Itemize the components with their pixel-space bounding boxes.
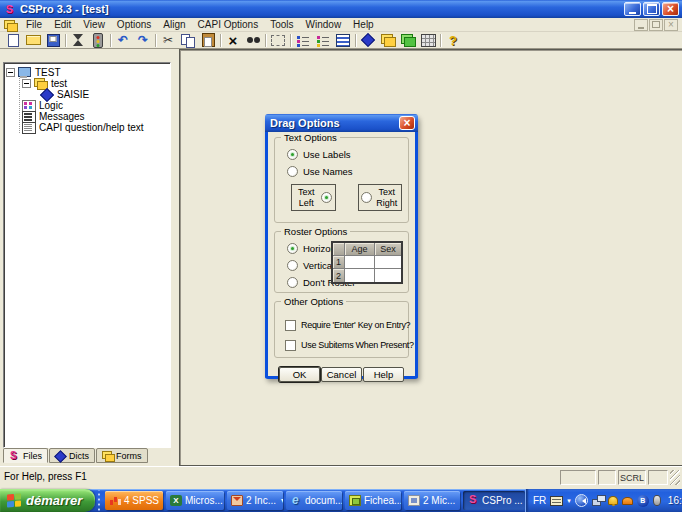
radio-text-right[interactable] [361,192,372,203]
tree-label[interactable]: Messages [39,111,85,122]
taskbar-button-word[interactable]: 2 Mic... [404,491,460,510]
tree-item-test-form[interactable]: test [22,78,168,89]
view-names-icon[interactable] [313,32,333,48]
taskbar-button-label: 4 SPSS [124,495,159,506]
help-icon[interactable] [443,32,463,48]
roster-cell [375,256,401,269]
run-icon[interactable] [88,32,108,48]
select-marquee-icon[interactable] [268,32,288,48]
help-button[interactable]: Help [363,367,404,382]
menu-help[interactable]: Help [347,18,380,31]
dialog-title-bar[interactable]: Drag Options [265,114,418,132]
language-indicator[interactable]: FR [533,495,546,506]
resize-grip[interactable] [670,470,680,485]
table-icon[interactable] [418,32,438,48]
taskbar-button-spss[interactable]: 4 SPSS [105,491,163,510]
redo-icon[interactable] [133,32,153,48]
save-icon[interactable] [43,32,63,48]
radio-horizontal[interactable] [287,243,298,254]
tree-item-messages[interactable]: Messages [22,111,168,122]
mdi-close-button[interactable] [664,19,678,31]
undo-icon[interactable] [113,32,133,48]
tree-label[interactable]: test [51,78,67,89]
dialog-close-icon[interactable] [399,116,415,130]
use-subitems-option[interactable]: Use Subitems When Present? [285,339,402,351]
tree-item-saisie[interactable]: SAISIE [40,89,168,100]
forms-green-icon[interactable] [398,32,418,48]
delete-icon[interactable] [223,32,243,48]
radio-dont-roster[interactable] [287,277,298,288]
bell-icon[interactable] [608,496,618,505]
collapse-icon[interactable] [22,79,31,88]
menu-window[interactable]: Window [300,18,348,31]
taskbar-button-mail[interactable]: 2 Inc... [227,491,283,510]
tree-label[interactable]: Logic [39,100,63,111]
radio-use-labels[interactable] [287,149,298,160]
view-grid-icon[interactable] [333,32,353,48]
file-tree-panel: TEST test SAISIE [0,49,173,466]
dictionary-icon[interactable] [358,32,378,48]
taskbar-button-fichier[interactable]: Fichea... [345,491,401,510]
tab-dicts[interactable]: Dicts [49,448,95,463]
radio-text-left[interactable] [321,192,332,203]
collapse-icon[interactable] [6,68,15,77]
minimize-button[interactable] [624,2,641,16]
text-left-option[interactable]: Text Left [291,184,336,211]
menu-capi-options[interactable]: CAPI Options [192,18,265,31]
new-file-icon[interactable] [3,32,23,48]
menu-options[interactable]: Options [111,18,157,31]
find-icon[interactable] [243,32,263,48]
maximize-button[interactable] [643,2,660,16]
menu-edit[interactable]: Edit [48,18,77,31]
tree-item-capi-text[interactable]: CAPI question/help text [22,122,168,133]
close-button[interactable] [662,2,679,16]
toolbar [0,32,682,49]
alert-icon[interactable] [622,497,633,505]
menu-file[interactable]: File [20,18,48,31]
mouse-icon[interactable] [653,495,661,506]
tree-label[interactable]: CAPI question/help text [39,122,144,133]
radio-label: Vertical [303,260,334,271]
text-options-group: Text Options Use Labels Use Names Text L… [274,137,409,223]
start-button[interactable]: démarrer [0,489,95,512]
taskbar-button-ie[interactable]: docum... [286,491,342,510]
use-labels-option[interactable]: Use Labels [287,148,402,161]
checkbox-use-subitems[interactable] [285,340,296,351]
cancel-button[interactable]: Cancel [321,367,362,382]
use-names-option[interactable]: Use Names [287,165,402,178]
paste-icon[interactable] [198,32,218,48]
checkbox-require-enter[interactable] [285,320,296,331]
keyboard-icon[interactable] [550,496,563,506]
bluetooth-icon[interactable] [637,495,649,507]
text-right-option[interactable]: Text Right [358,184,403,211]
tab-files[interactable]: Files [3,448,48,463]
radio-use-names[interactable] [287,166,298,177]
menu-tools[interactable]: Tools [264,18,299,31]
tree-item-test-app[interactable]: TEST [6,67,168,78]
compile-icon[interactable] [68,32,88,48]
menu-view[interactable]: View [77,18,111,31]
mdi-minimize-button[interactable] [634,19,648,31]
other-options-group: Other Options Require 'Enter' Key on Ent… [274,301,409,358]
tree-label[interactable]: TEST [35,67,61,78]
open-file-icon[interactable] [23,32,43,48]
clock[interactable]: 16:42 [665,495,682,506]
tab-forms[interactable]: Forms [96,448,148,463]
taskbar-button-excel[interactable]: Micros... [166,491,224,510]
require-enter-option[interactable]: Require 'Enter' Key on Entry? [285,319,402,331]
view-labels-icon[interactable] [293,32,313,48]
network-icon[interactable] [592,495,604,506]
forms-yellow-icon[interactable] [378,32,398,48]
radio-vertical[interactable] [287,260,298,271]
ok-button[interactable]: OK [279,367,320,382]
copy-icon[interactable] [178,32,198,48]
hide-icons-chevron[interactable] [575,494,588,507]
tree-item-logic[interactable]: Logic [22,100,168,111]
mdi-document-icon[interactable] [3,19,17,31]
tree-label[interactable]: SAISIE [57,89,89,100]
cut-icon[interactable] [158,32,178,48]
taskbar-button-cspro[interactable]: CSPro ... [463,491,525,510]
mdi-restore-button[interactable] [649,19,663,31]
language-dropdown-icon[interactable]: ▾ [567,497,571,505]
menu-align[interactable]: Align [157,18,191,31]
